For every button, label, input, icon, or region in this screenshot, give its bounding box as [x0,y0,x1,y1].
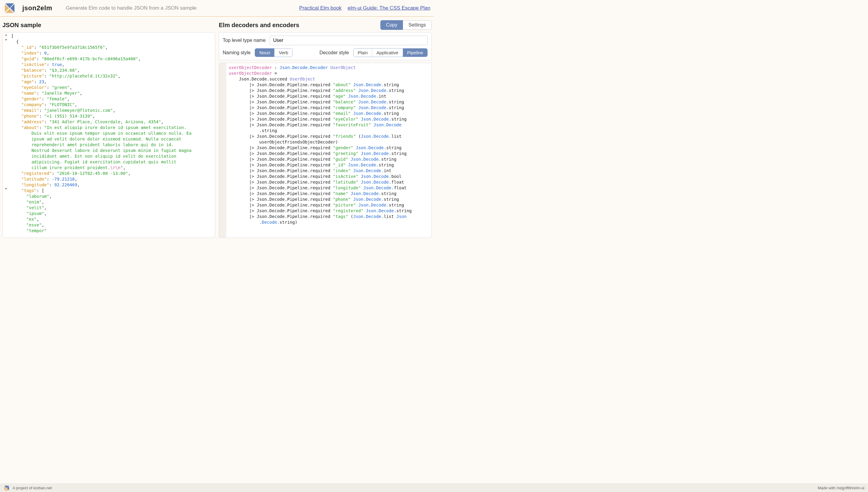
type-name-input[interactable] [270,35,428,45]
naming-verb[interactable]: Verb [275,49,292,57]
main: JSON sample [ { "_id": "651f3b0f5e9fa371… [0,17,434,238]
tab-settings[interactable]: Settings [403,20,432,30]
decoder-pipeline[interactable]: Pipeline [403,49,427,57]
json-code[interactable]: [ { "_id": "651f3b0f5e9fa3718c1565f6", "… [9,32,215,238]
json-panel-title: JSON sample [2,22,41,29]
elm-panel: Elm decoders and encoders Copy Settings … [219,20,432,238]
tab-copy[interactable]: Copy [380,20,403,30]
editor-gutter [3,32,9,238]
naming-style-group: Noun Verb [255,48,292,57]
naming-style-label: Naming style [223,50,251,55]
logo-icon [4,2,16,14]
decoder-style-label: Decoder style [320,50,349,55]
type-name-label: Top level type name [223,38,265,43]
settings-bar: Top level type name Naming style Noun Ve… [219,32,432,60]
json-editor[interactable]: [ { "_id": "651f3b0f5e9fa3718c1565f6", "… [2,32,215,238]
link-practical-elm[interactable]: Practical Elm book [299,5,342,11]
fold-icon[interactable] [5,39,7,41]
tab-group: Copy Settings [380,20,432,30]
brand-title: json2elm [22,4,52,12]
naming-noun[interactable]: Noun [255,49,275,57]
output-gutter [219,63,226,238]
tagline: Generate Elm code to handle JSON from a … [66,5,197,11]
link-elm-ui-guide[interactable]: elm-ui Guide: The CSS Escape Plan [348,5,430,11]
decoder-plain[interactable]: Plain [354,49,372,57]
elm-output[interactable]: userObjectDecoder : Json.Decode.Decoder … [219,63,432,238]
elm-panel-title: Elm decoders and encoders [219,22,299,29]
header: json2elm Generate Elm code to handle JSO… [0,0,434,17]
decoder-style-group: Plain Applicative Pipeline [353,48,428,57]
fold-icon[interactable] [5,188,7,190]
elm-code: userObjectDecoder : Json.Decode.Decoder … [226,63,431,238]
header-links: Practical Elm book elm-ui Guide: The CSS… [299,5,430,11]
logo-block: json2elm [4,2,66,14]
json-panel: JSON sample [ { "_id": "651f3b0f5e9fa371… [2,20,215,238]
fold-icon[interactable] [5,35,7,36]
decoder-applicative[interactable]: Applicative [372,49,403,57]
